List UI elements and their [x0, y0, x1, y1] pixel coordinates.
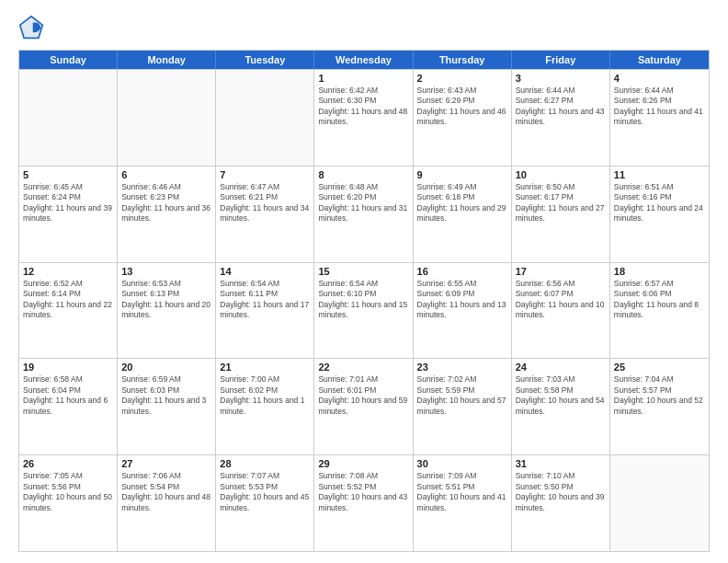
- calendar-cell: 6Sunrise: 6:46 AMSunset: 6:23 PMDaylight…: [118, 167, 216, 262]
- calendar-cell: 12Sunrise: 6:52 AMSunset: 6:14 PMDayligh…: [19, 263, 118, 359]
- calendar-header-cell: Thursday: [414, 51, 512, 69]
- page: SundayMondayTuesdayWednesdayThursdayFrid…: [0, 0, 728, 563]
- day-number: 6: [121, 169, 211, 180]
- calendar-cell-empty: [610, 455, 709, 551]
- day-info: Sunrise: 6:44 AMSunset: 6:27 PMDaylight:…: [516, 86, 606, 128]
- day-number: 19: [23, 362, 113, 373]
- day-info: Sunrise: 6:52 AMSunset: 6:14 PMDaylight:…: [23, 279, 113, 321]
- day-number: 28: [220, 458, 310, 469]
- day-number: 17: [516, 266, 606, 277]
- calendar-cell: 22Sunrise: 7:01 AMSunset: 6:01 PMDayligh…: [314, 359, 413, 454]
- day-number: 16: [417, 266, 507, 277]
- day-info: Sunrise: 6:51 AMSunset: 6:16 PMDaylight:…: [614, 182, 705, 224]
- day-number: 8: [318, 169, 408, 180]
- day-info: Sunrise: 7:08 AMSunset: 5:52 PMDaylight:…: [318, 471, 408, 513]
- day-info: Sunrise: 6:42 AMSunset: 6:30 PMDaylight:…: [318, 86, 408, 128]
- calendar-cell-empty: [19, 70, 118, 166]
- logo-icon: [18, 15, 44, 40]
- day-number: 13: [121, 266, 211, 277]
- day-number: 1: [318, 73, 408, 84]
- calendar: SundayMondayTuesdayWednesdayThursdayFrid…: [18, 50, 710, 552]
- calendar-cell: 7Sunrise: 6:47 AMSunset: 6:21 PMDaylight…: [216, 167, 314, 262]
- day-info: Sunrise: 7:03 AMSunset: 5:58 PMDaylight:…: [516, 374, 606, 417]
- calendar-header-cell: Sunday: [19, 51, 118, 69]
- calendar-cell: 1Sunrise: 6:42 AMSunset: 6:30 PMDaylight…: [314, 70, 413, 166]
- day-info: Sunrise: 6:54 AMSunset: 6:10 PMDaylight:…: [318, 279, 408, 321]
- day-info: Sunrise: 7:00 AMSunset: 6:02 PMDaylight:…: [220, 374, 310, 417]
- calendar-week-row: 12Sunrise: 6:52 AMSunset: 6:14 PMDayligh…: [19, 262, 709, 359]
- calendar-cell: 15Sunrise: 6:54 AMSunset: 6:10 PMDayligh…: [314, 263, 413, 359]
- calendar-week-row: 5Sunrise: 6:45 AMSunset: 6:24 PMDaylight…: [19, 166, 709, 262]
- calendar-cell: 10Sunrise: 6:50 AMSunset: 6:17 PMDayligh…: [512, 167, 610, 262]
- day-number: 10: [516, 169, 606, 180]
- day-info: Sunrise: 6:48 AMSunset: 6:20 PMDaylight:…: [318, 182, 408, 224]
- calendar-cell: 27Sunrise: 7:06 AMSunset: 5:54 PMDayligh…: [118, 455, 216, 551]
- day-number: 7: [220, 169, 310, 180]
- calendar-cell-empty: [118, 70, 216, 166]
- calendar-cell: 28Sunrise: 7:07 AMSunset: 5:53 PMDayligh…: [216, 455, 314, 551]
- day-info: Sunrise: 6:43 AMSunset: 6:29 PMDaylight:…: [417, 86, 507, 128]
- day-info: Sunrise: 6:56 AMSunset: 6:07 PMDaylight:…: [516, 279, 606, 321]
- calendar-cell: 17Sunrise: 6:56 AMSunset: 6:07 PMDayligh…: [512, 263, 610, 359]
- day-number: 2: [417, 73, 507, 84]
- header: [18, 15, 710, 40]
- calendar-cell: 13Sunrise: 6:53 AMSunset: 6:13 PMDayligh…: [118, 263, 216, 359]
- day-number: 12: [23, 266, 113, 277]
- day-number: 18: [614, 266, 705, 277]
- calendar-cell: 18Sunrise: 6:57 AMSunset: 6:06 PMDayligh…: [610, 263, 709, 359]
- calendar-cell: 8Sunrise: 6:48 AMSunset: 6:20 PMDaylight…: [314, 167, 413, 262]
- calendar-cell: 9Sunrise: 6:49 AMSunset: 6:18 PMDaylight…: [414, 167, 512, 262]
- day-info: Sunrise: 6:58 AMSunset: 6:04 PMDaylight:…: [23, 374, 113, 417]
- calendar-header-row: SundayMondayTuesdayWednesdayThursdayFrid…: [19, 51, 709, 69]
- day-info: Sunrise: 7:04 AMSunset: 5:57 PMDaylight:…: [614, 374, 705, 417]
- calendar-cell: 5Sunrise: 6:45 AMSunset: 6:24 PMDaylight…: [19, 167, 118, 262]
- day-number: 23: [417, 362, 507, 373]
- day-number: 3: [516, 73, 606, 84]
- day-info: Sunrise: 7:10 AMSunset: 5:50 PMDaylight:…: [516, 471, 606, 513]
- calendar-header-cell: Saturday: [610, 51, 709, 69]
- calendar-body: 1Sunrise: 6:42 AMSunset: 6:30 PMDaylight…: [19, 69, 709, 551]
- day-number: 5: [23, 169, 113, 180]
- day-info: Sunrise: 7:07 AMSunset: 5:53 PMDaylight:…: [220, 471, 310, 513]
- day-number: 14: [220, 266, 310, 277]
- calendar-header-cell: Monday: [118, 51, 216, 69]
- day-number: 11: [614, 169, 705, 180]
- calendar-header-cell: Friday: [512, 51, 610, 69]
- logo: [18, 15, 48, 40]
- calendar-header-cell: Tuesday: [216, 51, 314, 69]
- calendar-week-row: 19Sunrise: 6:58 AMSunset: 6:04 PMDayligh…: [19, 358, 709, 454]
- day-info: Sunrise: 7:09 AMSunset: 5:51 PMDaylight:…: [417, 471, 507, 513]
- day-info: Sunrise: 7:05 AMSunset: 5:56 PMDaylight:…: [23, 471, 113, 513]
- day-info: Sunrise: 6:54 AMSunset: 6:11 PMDaylight:…: [220, 279, 310, 321]
- day-info: Sunrise: 7:02 AMSunset: 5:59 PMDaylight:…: [417, 374, 507, 417]
- day-info: Sunrise: 6:49 AMSunset: 6:18 PMDaylight:…: [417, 182, 507, 224]
- day-number: 31: [516, 458, 606, 469]
- calendar-cell-empty: [216, 70, 314, 166]
- day-number: 25: [614, 362, 705, 373]
- day-info: Sunrise: 6:45 AMSunset: 6:24 PMDaylight:…: [23, 182, 113, 224]
- calendar-cell: 3Sunrise: 6:44 AMSunset: 6:27 PMDaylight…: [512, 70, 610, 166]
- calendar-cell: 31Sunrise: 7:10 AMSunset: 5:50 PMDayligh…: [512, 455, 610, 551]
- calendar-week-row: 26Sunrise: 7:05 AMSunset: 5:56 PMDayligh…: [19, 454, 709, 551]
- day-number: 4: [614, 73, 705, 84]
- day-number: 29: [318, 458, 408, 469]
- day-info: Sunrise: 6:44 AMSunset: 6:26 PMDaylight:…: [614, 86, 705, 128]
- calendar-cell: 26Sunrise: 7:05 AMSunset: 5:56 PMDayligh…: [19, 455, 118, 551]
- day-info: Sunrise: 6:59 AMSunset: 6:03 PMDaylight:…: [121, 374, 211, 417]
- calendar-cell: 16Sunrise: 6:55 AMSunset: 6:09 PMDayligh…: [414, 263, 512, 359]
- calendar-header-cell: Wednesday: [314, 51, 413, 69]
- day-number: 21: [220, 362, 310, 373]
- calendar-cell: 14Sunrise: 6:54 AMSunset: 6:11 PMDayligh…: [216, 263, 314, 359]
- calendar-cell: 19Sunrise: 6:58 AMSunset: 6:04 PMDayligh…: [19, 359, 118, 454]
- day-info: Sunrise: 6:55 AMSunset: 6:09 PMDaylight:…: [417, 279, 507, 321]
- calendar-cell: 4Sunrise: 6:44 AMSunset: 6:26 PMDaylight…: [610, 70, 709, 166]
- calendar-cell: 24Sunrise: 7:03 AMSunset: 5:58 PMDayligh…: [512, 359, 610, 454]
- calendar-cell: 30Sunrise: 7:09 AMSunset: 5:51 PMDayligh…: [414, 455, 512, 551]
- day-info: Sunrise: 6:53 AMSunset: 6:13 PMDaylight:…: [121, 279, 211, 321]
- day-number: 20: [121, 362, 211, 373]
- day-number: 9: [417, 169, 507, 180]
- day-info: Sunrise: 7:06 AMSunset: 5:54 PMDaylight:…: [121, 471, 211, 513]
- calendar-cell: 23Sunrise: 7:02 AMSunset: 5:59 PMDayligh…: [414, 359, 512, 454]
- day-info: Sunrise: 6:57 AMSunset: 6:06 PMDaylight:…: [614, 279, 705, 321]
- day-info: Sunrise: 6:50 AMSunset: 6:17 PMDaylight:…: [516, 182, 606, 224]
